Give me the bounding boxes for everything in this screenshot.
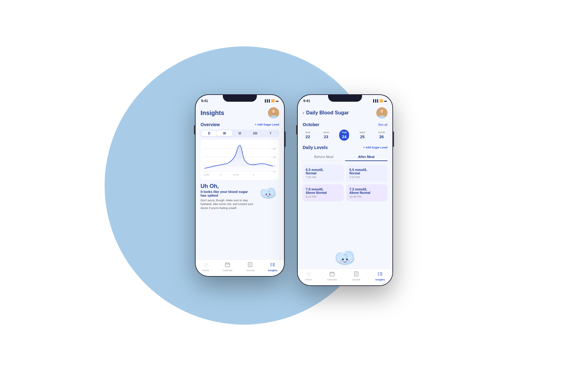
day-thur: THUR [378, 131, 385, 134]
chart-container: 15 10 5 0 12 AM 6 12 PM 6 [201, 140, 279, 180]
cloud-bottom [303, 247, 387, 269]
nav-label-home-2: Home [305, 278, 312, 281]
tab-after-meal[interactable]: After Meal [345, 153, 387, 161]
calendar-row: October See all [303, 122, 387, 127]
see-all-btn[interactable]: See all [378, 123, 387, 126]
phones-container: 9:41 ▐▐▐ 🛜 ▬ Insights [195, 85, 393, 286]
battery-icon-2: ▬ [384, 99, 387, 102]
date-mon[interactable]: MON 23 [321, 130, 331, 141]
sugar-card-3: 7.0 mmol/L Above Normal 8:15 PM [303, 184, 344, 201]
nav-journal-1[interactable]: Journal [246, 262, 254, 272]
alert-subtitle: it looks like your blood sugar has spike… [201, 190, 254, 197]
nav-label-insights-2: Insights [375, 278, 385, 281]
sugar-value-3: 7.0 mmol/L [306, 187, 341, 191]
overview-row: Overview + Add Sugar Level [201, 122, 279, 127]
nav-home-2[interactable]: ♡ Home [305, 272, 312, 281]
day-tue: TUE [342, 131, 347, 134]
time-filters: D W M 6M Y [201, 130, 279, 137]
phone1-inner: 9:41 ▐▐▐ 🛜 ▬ Insights [196, 95, 284, 276]
filter-y[interactable]: Y [263, 130, 278, 136]
phone2-time: 9:41 [303, 99, 310, 103]
nav-insights-2[interactable]: Insights [375, 271, 385, 281]
phone2-status-icons: ▐▐▐ 🛜 ▬ [372, 99, 387, 102]
num-mon: 23 [324, 134, 328, 139]
alert-body: Don't worry, though. Make sure to stay h… [201, 198, 254, 210]
sugar-status-4: Above Normal [349, 191, 384, 194]
journal-icon-1 [248, 262, 253, 268]
insights-title: Insights [201, 109, 224, 117]
svg-point-48 [340, 260, 343, 262]
sugar-status-3: Above Normal [306, 191, 341, 194]
svg-rect-50 [330, 272, 334, 276]
add-sugar-btn-2[interactable]: + Add Sugar Level [363, 146, 387, 149]
sugar-status-1: Normal [306, 172, 341, 175]
nav-journal-2[interactable]: Journal [352, 271, 360, 281]
date-thur[interactable]: THUR 26 [376, 130, 387, 141]
alert-title: Uh Oh, [201, 183, 254, 190]
calendar-icon-2 [330, 271, 335, 278]
phone2-avatar[interactable] [376, 107, 387, 118]
tab-before-meal[interactable]: Before Meal [303, 153, 345, 160]
month-label: October [303, 122, 319, 127]
sugar-time-3: 8:15 PM [306, 195, 341, 198]
nav-home-1[interactable]: ♡ Home [202, 262, 209, 272]
alert-section: Uh Oh, it looks like your blood sugar ha… [201, 183, 279, 210]
sugar-card-4: 7.2 mmol/L Above Normal 10:45 PM [346, 184, 387, 201]
phone1-avatar[interactable] [268, 107, 279, 118]
svg-text:12 PM: 12 PM [233, 174, 239, 176]
num-thur: 26 [379, 134, 384, 139]
svg-text:10: 10 [273, 156, 275, 159]
svg-text:6: 6 [253, 174, 254, 176]
svg-point-49 [347, 260, 350, 262]
svg-text:5: 5 [274, 164, 275, 167]
num-sun: 22 [305, 134, 310, 139]
battery-icon: ▬ [276, 99, 279, 102]
cloud-illustration-2 [331, 247, 359, 269]
nav-label-insights-1: Insights [268, 269, 277, 272]
sugar-value-2: 5.5 mmol/L [349, 168, 384, 172]
nav-insights-1[interactable]: Insights [268, 262, 277, 272]
insights-icon-1 [270, 262, 275, 268]
nav-calendar-1[interactable]: Calendar [223, 262, 232, 272]
dbs-header: ‹ Daily Blood Sugar [303, 107, 387, 118]
add-sugar-btn-1[interactable]: + Add Sugar Level [255, 123, 279, 126]
back-button[interactable]: ‹ [303, 110, 304, 116]
svg-text:6: 6 [220, 174, 221, 176]
sugar-card-1: 6.5 mmol/L Normal 7:20 AM [303, 165, 344, 182]
filter-6m[interactable]: 6M [248, 130, 263, 136]
num-wed: 25 [360, 134, 365, 139]
insights-header: Insights [201, 107, 279, 118]
date-sun[interactable]: SUN 22 [303, 130, 313, 141]
sugar-value-4: 7.2 mmol/L [349, 187, 384, 191]
svg-text:0: 0 [274, 170, 275, 173]
phone1-screen: Insights Overview + Add Sugar Level [196, 105, 284, 259]
overview-label: Overview [201, 122, 220, 127]
filter-d[interactable]: D [201, 130, 217, 136]
wifi-icon: 🛜 [271, 99, 275, 102]
daily-levels-row: Daily Levels + Add Sugar Level [303, 145, 387, 150]
date-wed[interactable]: WED 25 [357, 130, 368, 141]
day-sun: SUN [305, 131, 310, 134]
svg-point-47 [346, 258, 348, 260]
nav-label-journal-2: Journal [352, 278, 360, 281]
phone2-notch [328, 94, 362, 102]
filter-m[interactable]: M [232, 130, 248, 136]
svg-point-3 [272, 109, 275, 113]
date-strip: SUN 22 MON 23 TUE 24 WED 25 [303, 130, 387, 141]
svg-point-45 [337, 252, 352, 263]
day-mon: MON [323, 131, 329, 134]
insights-icon-2 [378, 271, 383, 278]
svg-text:12 AM: 12 AM [204, 174, 209, 176]
date-tue[interactable]: TUE 24 [339, 130, 349, 141]
nav-calendar-2[interactable]: Calendar [327, 271, 337, 281]
phone2-inner: 9:41 ▐▐▐ 🛜 ▬ ‹ Daily Blood Sugar [298, 95, 392, 285]
dbs-title: Daily Blood Sugar [306, 110, 349, 116]
filter-w[interactable]: W [217, 130, 232, 136]
svg-point-41 [380, 109, 383, 113]
calendar-icon-1 [225, 262, 230, 268]
svg-point-20 [266, 194, 267, 195]
phone2-screen: ‹ Daily Blood Sugar October [298, 105, 392, 269]
nav-label-journal-1: Journal [246, 269, 254, 272]
sugar-value-1: 6.5 mmol/L [306, 168, 341, 172]
phone-daily-blood-sugar: 9:41 ▐▐▐ 🛜 ▬ ‹ Daily Blood Sugar [297, 94, 393, 286]
